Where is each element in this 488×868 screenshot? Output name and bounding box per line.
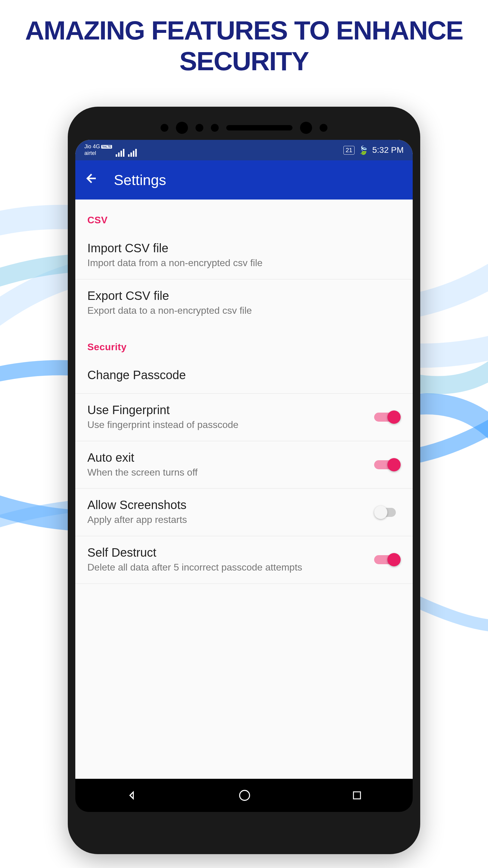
app-bar: Settings <box>75 160 413 199</box>
setting-subtitle: Export data to a non-encrypted csv file <box>87 304 401 317</box>
signal-icon <box>116 150 124 157</box>
setting-change-passcode[interactable]: Change Passcode <box>75 359 413 394</box>
setting-self-destruct[interactable]: Self Destruct Delete all data after 5 in… <box>75 536 413 584</box>
section-header-csv: CSV <box>75 199 413 232</box>
nav-recent-button[interactable] <box>351 789 363 801</box>
marketing-headline: AMAZING FEATURES TO ENHANCE SECURITY <box>0 0 488 83</box>
setting-import-csv[interactable]: Import CSV file Import data from a non-e… <box>75 232 413 279</box>
setting-subtitle: Delete all data after 5 incorrect passco… <box>87 561 368 574</box>
android-nav-bar <box>75 779 413 812</box>
setting-subtitle: Import data from a non-encrypted csv fil… <box>87 257 401 270</box>
setting-title: Use Fingerprint <box>87 403 368 417</box>
status-bar: Jio 4G VoLTE airtel <box>75 140 413 160</box>
carrier-info: Jio 4G VoLTE airtel <box>84 144 112 156</box>
status-time: 5:32 PM <box>372 145 404 155</box>
page-title: Settings <box>114 172 166 188</box>
setting-subtitle: Apply after app restarts <box>87 514 368 526</box>
svg-point-0 <box>239 790 250 801</box>
setting-title: Change Passcode <box>87 368 401 382</box>
signal-icon <box>128 150 137 157</box>
setting-export-csv[interactable]: Export CSV file Export data to a non-enc… <box>75 279 413 327</box>
toggle-auto-exit[interactable] <box>374 459 401 471</box>
settings-list: CSV Import CSV file Import data from a n… <box>75 199 413 584</box>
battery-icon: 21 <box>344 146 354 155</box>
phone-screen: Jio 4G VoLTE airtel <box>75 140 413 779</box>
back-button[interactable] <box>84 171 99 189</box>
setting-use-fingerprint[interactable]: Use Fingerprint Use fingerprint instead … <box>75 394 413 441</box>
svg-rect-1 <box>353 792 360 799</box>
toggle-self-destruct[interactable] <box>374 554 401 566</box>
setting-allow-screenshots[interactable]: Allow Screenshots Apply after app restar… <box>75 489 413 536</box>
setting-title: Allow Screenshots <box>87 498 368 512</box>
phone-notch <box>75 116 413 140</box>
setting-subtitle: Use fingerprint instead of passcode <box>87 418 368 431</box>
setting-subtitle: When the screen turns off <box>87 466 368 479</box>
phone-frame: Jio 4G VoLTE airtel <box>68 107 420 854</box>
setting-title: Export CSV file <box>87 289 401 303</box>
setting-title: Import CSV file <box>87 241 401 255</box>
setting-title: Self Destruct <box>87 546 368 559</box>
toggle-fingerprint[interactable] <box>374 411 401 423</box>
toggle-screenshots[interactable] <box>374 506 401 518</box>
section-header-security: Security <box>75 327 413 359</box>
setting-title: Auto exit <box>87 451 368 464</box>
nav-home-button[interactable] <box>238 789 251 802</box>
setting-auto-exit[interactable]: Auto exit When the screen turns off <box>75 441 413 489</box>
leaf-icon: 🍃 <box>358 145 369 155</box>
nav-back-button[interactable] <box>125 789 138 802</box>
